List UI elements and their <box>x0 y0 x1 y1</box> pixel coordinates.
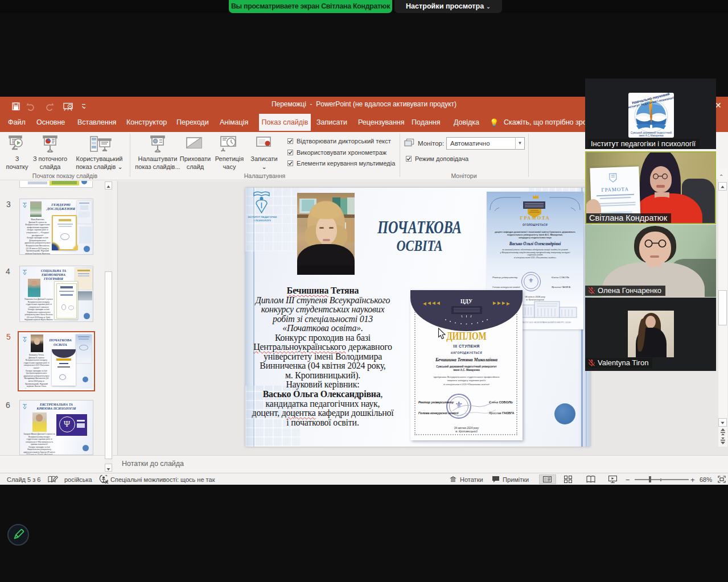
svg-text:імені А.С.Макаренка: імені А.С.Макаренка <box>639 134 664 137</box>
svg-text:ЦДУ: ЦДУ <box>460 299 472 304</box>
